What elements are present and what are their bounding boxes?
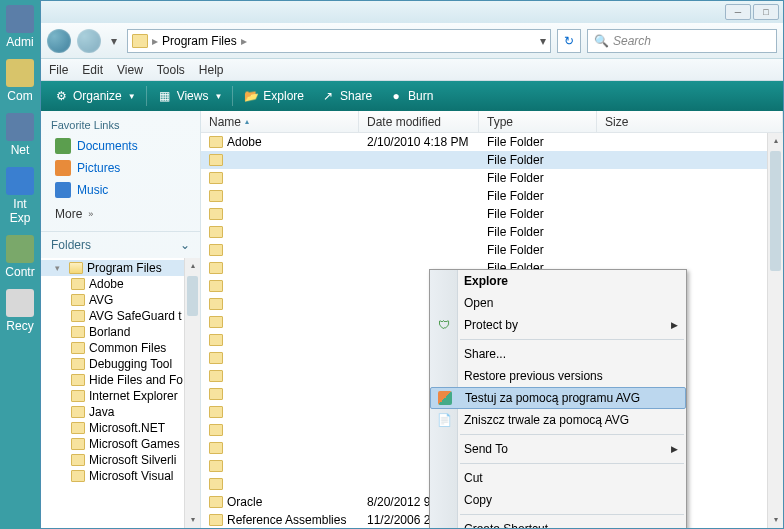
desktop-icon[interactable]: Com (0, 54, 40, 108)
context-menu-item[interactable]: Cut (430, 467, 686, 489)
toolbar-explore[interactable]: 📂Explore (237, 86, 310, 106)
file-row[interactable]: File Folder (201, 223, 783, 241)
toolbar-burn[interactable]: ●Burn (382, 86, 439, 106)
titlebar: ─ □ (41, 1, 783, 23)
folder-icon (132, 34, 148, 48)
desktop-icon[interactable]: Admi (0, 0, 40, 54)
avg-icon (437, 390, 453, 406)
refresh-button[interactable]: ↻ (557, 29, 581, 53)
favorite-links-header: Favorite Links (41, 111, 200, 135)
context-menu-item[interactable]: Copy (430, 489, 686, 511)
menu-view[interactable]: View (117, 63, 143, 77)
back-button[interactable] (47, 29, 71, 53)
breadcrumb-segment[interactable]: Program Files (162, 34, 237, 48)
context-menu-item[interactable]: Create Shortcut (430, 518, 686, 528)
address-dropdown[interactable]: ▾ (540, 34, 546, 48)
list-scrollbar[interactable]: ▴ ▾ (767, 133, 783, 528)
burn-icon: ● (388, 88, 404, 104)
file-row[interactable]: File Folder (201, 169, 783, 187)
tree-item[interactable]: Adobe (41, 276, 200, 292)
folder-icon (209, 136, 223, 148)
shred-icon: 📄 (436, 412, 452, 428)
folder-icon (209, 172, 223, 184)
desktop-icon[interactable]: IntExp (0, 162, 40, 230)
forward-button[interactable] (77, 29, 101, 53)
music-icon (55, 182, 71, 198)
folder-icon (209, 298, 223, 310)
sort-indicator-icon: ▴ (245, 117, 249, 126)
tree-item[interactable]: Microsoft Silverli (41, 452, 200, 468)
views-icon: ▦ (157, 88, 173, 104)
tree-item[interactable]: Microsoft Visual (41, 468, 200, 484)
search-icon: 🔍 (594, 34, 609, 48)
tree-item[interactable]: Internet Explorer (41, 388, 200, 404)
tree-item[interactable]: Hide Files and Fo (41, 372, 200, 388)
maximize-button[interactable]: □ (753, 4, 779, 20)
nav-history-dropdown[interactable]: ▾ (107, 34, 121, 48)
toolbar-share[interactable]: ↗Share (314, 86, 378, 106)
documents-icon (55, 138, 71, 154)
file-row[interactable]: File Folder (201, 151, 783, 169)
context-menu-item[interactable]: Explore (430, 270, 686, 292)
shield-icon: 🛡 (436, 317, 452, 333)
tree-item[interactable]: ▾Program Files (41, 260, 200, 276)
menu-tools[interactable]: Tools (157, 63, 185, 77)
tree-item[interactable]: Microsoft.NET (41, 420, 200, 436)
context-menu-item[interactable]: 🛡Protect by▶ (430, 314, 686, 336)
breadcrumb-sep: ▸ (152, 34, 158, 48)
tree-item[interactable]: AVG SafeGuard t (41, 308, 200, 324)
toolbar-views[interactable]: ▦Views▼ (151, 86, 229, 106)
breadcrumb-sep[interactable]: ▸ (241, 34, 247, 48)
desktop-icon[interactable]: Contr (0, 230, 40, 284)
tree-item[interactable]: Java (41, 404, 200, 420)
context-menu-separator (460, 339, 684, 340)
tree-item[interactable]: Common Files (41, 340, 200, 356)
desktop-icon[interactable]: Net (0, 108, 40, 162)
column-size[interactable]: Size (597, 111, 783, 132)
column-name[interactable]: Name▴ (201, 111, 359, 132)
context-menu-item[interactable]: Share... (430, 343, 686, 365)
nav-toolbar: ▾ ▸ Program Files ▸ ▾ ↻ 🔍 Search (41, 23, 783, 59)
file-row[interactable]: File Folder (201, 241, 783, 259)
file-row[interactable]: Adobe2/10/2010 4:18 PMFile Folder (201, 133, 783, 151)
menu-file[interactable]: File (49, 63, 68, 77)
menu-help[interactable]: Help (199, 63, 224, 77)
menu-edit[interactable]: Edit (82, 63, 103, 77)
context-menu-item[interactable]: Open (430, 292, 686, 314)
explore-icon: 📂 (243, 88, 259, 104)
folder-icon (71, 326, 85, 338)
menu-bar: FileEditViewToolsHelp (41, 59, 783, 81)
file-row[interactable]: File Folder (201, 205, 783, 223)
tree-item[interactable]: Microsoft Games (41, 436, 200, 452)
organize-icon: ⚙ (53, 88, 69, 104)
folder-icon (71, 422, 85, 434)
minimize-button[interactable]: ─ (725, 4, 751, 20)
favorite-pictures[interactable]: Pictures (41, 157, 200, 179)
address-bar[interactable]: ▸ Program Files ▸ ▾ (127, 29, 551, 53)
column-type[interactable]: Type (479, 111, 597, 132)
favorite-documents[interactable]: Documents (41, 135, 200, 157)
column-date[interactable]: Date modified (359, 111, 479, 132)
desktop-icon[interactable]: Recy (0, 284, 40, 338)
context-menu-item[interactable]: Testuj za pomocą programu AVG (430, 387, 686, 409)
context-menu: ExploreOpen🛡Protect by▶Share...Restore p… (429, 269, 687, 528)
tree-scrollbar[interactable]: ▴ ▾ (184, 258, 200, 528)
folder-icon (209, 388, 223, 400)
tree-item[interactable]: Debugging Tool (41, 356, 200, 372)
file-row[interactable]: File Folder (201, 187, 783, 205)
search-input[interactable]: 🔍 Search (587, 29, 777, 53)
share-icon: ↗ (320, 88, 336, 104)
favorite-music[interactable]: Music (41, 179, 200, 201)
context-menu-item[interactable]: 📄Zniszcz trwale za pomocą AVG (430, 409, 686, 431)
context-menu-item[interactable]: Send To▶ (430, 438, 686, 460)
context-menu-item[interactable]: Restore previous versions (430, 365, 686, 387)
folders-header[interactable]: Folders ⌄ (41, 231, 200, 258)
more-links[interactable]: More » (41, 201, 200, 227)
search-placeholder: Search (613, 34, 651, 48)
context-menu-separator (460, 463, 684, 464)
tree-item[interactable]: AVG (41, 292, 200, 308)
scrollbar-thumb[interactable] (187, 276, 198, 316)
toolbar-organize[interactable]: ⚙Organize▼ (47, 86, 142, 106)
tree-item[interactable]: Borland (41, 324, 200, 340)
scrollbar-thumb[interactable] (770, 151, 781, 271)
